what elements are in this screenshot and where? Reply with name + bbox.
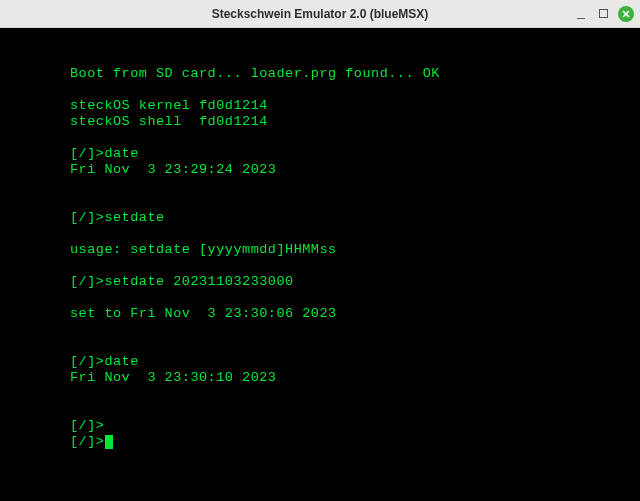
terminal-line: [/]>setdate 20231103233000 [70, 274, 640, 290]
window-controls: _ [574, 6, 634, 22]
terminal-line: Fri Nov 3 23:30:10 2023 [70, 370, 640, 386]
terminal-line [70, 258, 640, 274]
terminal-line [70, 82, 640, 98]
terminal-screen[interactable]: Boot from SD card... loader.prg found...… [0, 28, 640, 501]
minimize-icon[interactable]: _ [574, 7, 588, 21]
window-title: Steckschwein Emulator 2.0 (blueMSX) [212, 7, 429, 21]
terminal-prompt: [/]> [70, 434, 104, 449]
terminal-line [70, 386, 640, 402]
terminal-line [70, 322, 640, 338]
terminal-line: [/]> [70, 418, 640, 434]
terminal-line [70, 402, 640, 418]
terminal-line: [/]>date [70, 146, 640, 162]
terminal-prompt-line: [/]> [70, 434, 640, 450]
close-icon[interactable] [618, 6, 634, 22]
terminal-line [70, 194, 640, 210]
terminal-line [70, 226, 640, 242]
terminal-line: [/]>setdate [70, 210, 640, 226]
terminal-line: set to Fri Nov 3 23:30:06 2023 [70, 306, 640, 322]
terminal-line [70, 338, 640, 354]
terminal-line: steckOS kernel fd0d1214 [70, 98, 640, 114]
window-titlebar: Steckschwein Emulator 2.0 (blueMSX) _ [0, 0, 640, 28]
terminal-line: steckOS shell fd0d1214 [70, 114, 640, 130]
cursor-icon [105, 435, 113, 449]
terminal-line: [/]>date [70, 354, 640, 370]
terminal-line [70, 290, 640, 306]
terminal-line [70, 178, 640, 194]
terminal-line: Boot from SD card... loader.prg found...… [70, 66, 640, 82]
terminal-line: Fri Nov 3 23:29:24 2023 [70, 162, 640, 178]
terminal-line [70, 130, 640, 146]
maximize-icon[interactable] [596, 7, 610, 21]
terminal-line: usage: setdate [yyyymmdd]HHMMss [70, 242, 640, 258]
